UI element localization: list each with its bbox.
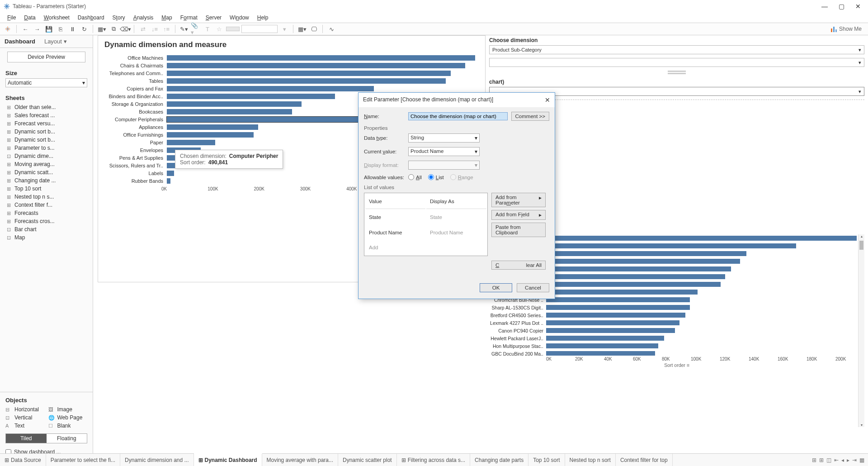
color-swatch[interactable] [226,27,240,31]
new-dashboard-icon[interactable]: ⊞ [819,457,824,463]
name-input[interactable] [408,112,508,120]
bar-row[interactable]: Office Machines [104,54,480,62]
radio-list[interactable]: List [428,174,444,180]
sheet-item[interactable]: ⊞Forecasts [0,209,93,217]
size-select[interactable]: Automatic▾ [5,78,87,87]
object-vertical[interactable]: ⊡Vertical [5,414,45,421]
tab-top10[interactable]: Top 10 sort [528,454,565,466]
bar-row[interactable]: Copiers and Fax [104,85,480,92]
tab-dynamic-dashboard[interactable]: ⊞Dynamic Dashboard [194,453,262,466]
menu-dashboard[interactable]: Dashboard [74,14,108,22]
tiled-toggle[interactable]: Tiled [6,434,47,443]
clear-icon[interactable]: ⌫▾ [120,24,130,34]
tab-context-filter[interactable]: Context filter for top [616,454,673,466]
group-icon[interactable]: 📎▾ [191,24,201,34]
cancel-button[interactable]: Cancel [517,283,549,292]
tab-parameter-select[interactable]: Parameter to select the fi... [46,454,120,466]
floating-toggle[interactable]: Floating [47,434,87,443]
sheet-item[interactable]: ⊞Top 10 sort [0,185,93,193]
scroll-thumb[interactable] [859,241,863,250]
bar-row[interactable]: Bretford CR4500 Series.. [489,311,864,319]
highlight-icon[interactable]: ✎▾ [179,24,189,34]
minimize-button[interactable]: — [821,3,828,10]
sheet-item[interactable]: ⊡Dynamic dime... [0,152,93,160]
list-of-values-table[interactable]: ValueDisplay As StateState Product NameP… [364,193,488,256]
redo-icon[interactable]: → [32,24,42,34]
clear-all-button[interactable]: Clear All [491,261,546,270]
sheet-item[interactable]: ⊞Forecasts cros... [0,217,93,225]
tab-filtering[interactable]: ⊞Filtering across data s... [397,454,470,466]
bar-row[interactable]: Hewlett Packard LaserJ.. [489,334,864,342]
sheet-item[interactable]: ⊞Sales forecast ... [0,111,93,119]
bar-row[interactable]: Chairs & Chairmats [104,62,480,69]
bar-row[interactable]: Telephones and Comm.. [104,69,480,77]
menu-help[interactable]: Help [254,14,272,22]
share-icon[interactable]: ∿ [326,24,336,34]
show-cards-icon[interactable]: ▦▾ [297,24,307,34]
sort-asc-icon[interactable]: ↓≡ [150,24,160,34]
star-icon[interactable]: ☆ [214,24,224,34]
tab-nested-topn[interactable]: Nested top n sort [565,454,616,466]
new-sheet-icon[interactable]: ▦▾ [97,24,107,34]
paste-from-clipboard-button[interactable]: Paste from Clipboard [491,223,546,237]
sheet-item[interactable]: ⊞Dynamic scatt... [0,168,93,176]
scroll-down-icon[interactable]: ▾ [859,423,864,427]
bar-row[interactable]: Lexmark 4227 Plus Dot .. [489,319,864,327]
sheet-item[interactable]: ⊞Nested top n s... [0,193,93,201]
object-text[interactable]: AText [5,423,45,429]
bar-row[interactable]: Hon Multipurpose Stac.. [489,342,864,350]
menu-worksheet[interactable]: Worksheet [40,14,73,22]
device-preview-button[interactable]: Device Preview [7,52,85,62]
tab-changing-date[interactable]: Changing date parts [470,454,528,466]
sheet-item[interactable]: ⊡Bar chart [0,225,93,233]
pause-icon[interactable]: ⏸ [67,24,77,34]
drag-handle[interactable] [668,71,686,74]
sheet-item[interactable]: ⊞Context filter f... [0,201,93,209]
sheet-item[interactable]: ⊞Changing date ... [0,176,93,185]
menu-story[interactable]: Story [109,14,129,22]
maximize-button[interactable]: ▢ [839,3,844,10]
add-from-parameter-button[interactable]: Add from Parameter▸ [491,193,546,207]
tab-dynamic-dimension[interactable]: Dynamic dimension and ... [120,454,193,466]
ok-button[interactable]: OK [480,283,512,292]
close-button[interactable]: ✕ [855,3,861,10]
param-select-2[interactable]: ▾ [489,58,864,67]
first-tab-icon[interactable]: ⇤ [834,457,839,463]
sort-desc-icon[interactable]: ↑≡ [161,24,171,34]
sheet-item[interactable]: ⊡Map [0,233,93,242]
object-web-page[interactable]: 🌐Web Page [48,414,88,421]
object-horizontal[interactable]: ⊟Horizontal [5,406,45,413]
dialog-close-icon[interactable]: ✕ [545,96,550,104]
add-from-field-button[interactable]: Add from Field▸ [491,210,546,220]
new-story-icon[interactable]: ◫ [826,457,831,463]
sheet-item[interactable]: ⊞Dynamic sort b... [0,136,93,144]
prev-tab-icon[interactable]: ◂ [841,457,844,463]
tab-dashboard[interactable]: Dashboard [0,35,40,48]
show-me-button[interactable]: Show Me [831,26,865,32]
bar-row[interactable]: Canon PC940 Copier [489,327,864,334]
sheet-item[interactable]: ⊞Moving averag... [0,160,93,168]
swap-icon[interactable]: ⇄ [138,24,148,34]
datatype-select[interactable]: String▾ [408,133,480,143]
save-icon[interactable]: 💾 [44,24,54,34]
menu-file[interactable]: File [4,14,19,22]
menu-map[interactable]: Map [158,14,175,22]
comment-button[interactable]: Comment >> [511,112,549,121]
scroll-up-icon[interactable]: ▴ [859,234,864,238]
tableau-logo-icon[interactable] [3,24,13,34]
object-image[interactable]: 🖼Image [48,406,88,413]
presentation-icon[interactable]: 🖵 [309,24,319,34]
last-tab-icon[interactable]: ⇥ [852,457,857,463]
menu-server[interactable]: Server [202,14,225,22]
sheet-item[interactable]: ⊞Older than sele... [0,103,93,111]
tab-layout[interactable]: Layout ▾ [40,35,71,48]
show-filmstrip-icon[interactable]: ▦ [859,457,864,463]
radio-all[interactable]: All [408,174,422,180]
scrollbar[interactable]: ▴ ▾ [858,234,864,427]
refresh-icon[interactable]: ↻ [79,24,89,34]
sheet-item[interactable]: ⊞Forecast versu... [0,119,93,128]
choose-dimension-select[interactable]: Product Sub-Category▾ [489,45,864,54]
menu-analysis[interactable]: Analysis [130,14,157,22]
tab-dynamic-scatter[interactable]: Dynamic scatter plot [338,454,397,466]
object-blank[interactable]: ☐Blank [48,423,88,429]
